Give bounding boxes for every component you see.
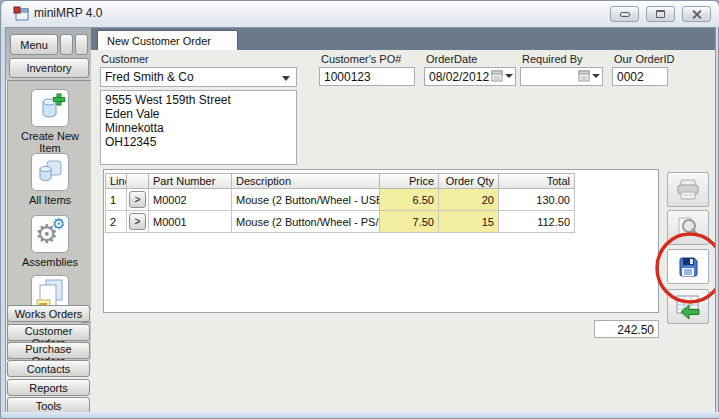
- expand-row-button[interactable]: >: [129, 213, 146, 230]
- po-label: Customer's PO#: [321, 53, 401, 65]
- order-total-box: 242.50: [594, 320, 659, 338]
- cell-total: 112.50: [499, 211, 575, 233]
- chevron-down-icon[interactable]: [282, 76, 290, 81]
- order-form: Customer Fred Smith & Co Customer's PO# …: [91, 50, 716, 414]
- save-floppy-icon: [676, 255, 700, 279]
- close-button[interactable]: [682, 6, 711, 22]
- cell-expand: >: [127, 189, 149, 211]
- cell-line: 1: [105, 189, 127, 211]
- po-input[interactable]: 1000123: [319, 67, 415, 86]
- table-row[interactable]: 1 > M0002 Mouse (2 Button/Wheel - USB 6.…: [105, 189, 575, 211]
- create-new-item-icon: [31, 89, 69, 127]
- order-date-value: 08/02/2012: [429, 70, 489, 84]
- maximize-button[interactable]: [646, 6, 675, 22]
- customer-orders-button[interactable]: Customer Orders: [7, 324, 90, 341]
- print-preview-icon: [676, 216, 700, 240]
- cell-line: 2: [105, 211, 127, 233]
- col-header-part-number[interactable]: Part Number: [149, 173, 232, 189]
- col-header-qty[interactable]: Order Qty: [439, 173, 499, 189]
- export-grid-button[interactable]: [667, 289, 709, 324]
- all-items-icon: [31, 153, 69, 191]
- customer-combobox[interactable]: Fred Smith & Co: [100, 67, 297, 87]
- order-date-label: OrderDate: [426, 53, 477, 65]
- cell-part-number[interactable]: M0001: [149, 211, 232, 233]
- calendar-icon[interactable]: [578, 70, 590, 82]
- calendar-icon[interactable]: [491, 70, 503, 82]
- cell-price[interactable]: 7.50: [380, 211, 439, 233]
- title-bar[interactable]: miniMRP 4.0: [2, 1, 719, 27]
- export-grid-icon: [674, 294, 702, 320]
- reports-button[interactable]: Reports: [7, 379, 90, 396]
- cell-part-number[interactable]: M0002: [149, 189, 232, 211]
- grid-header-row: Line Part Number Description Price Order…: [105, 173, 575, 189]
- contacts-button[interactable]: Contacts: [7, 360, 90, 377]
- sidebar-item-label: Assemblies: [8, 256, 92, 268]
- window-frame-bottom: [2, 412, 719, 418]
- col-header-total[interactable]: Total: [499, 173, 575, 189]
- chevron-down-icon[interactable]: [592, 74, 600, 78]
- cell-total: 130.00: [499, 189, 575, 211]
- cell-price[interactable]: 6.50: [380, 189, 439, 211]
- cell-qty[interactable]: 20: [439, 189, 499, 211]
- assemblies-icon: ⚙ ⚙: [31, 215, 69, 253]
- window-title: miniMRP 4.0: [34, 6, 102, 20]
- col-header-expand: [127, 173, 149, 189]
- menu-button[interactable]: Menu: [10, 34, 58, 55]
- tab-new-customer-order[interactable]: New Customer Order: [97, 30, 238, 50]
- minimize-button[interactable]: [610, 6, 639, 22]
- sidebar-item-label: Create New Item: [8, 130, 92, 154]
- cell-expand: >: [127, 211, 149, 233]
- required-by-picker[interactable]: [520, 67, 603, 86]
- inventory-button[interactable]: Inventory: [9, 58, 89, 78]
- client-area: Menu Inventory Create New Item: [5, 27, 716, 414]
- order-lines-grid: Line Part Number Description Price Order…: [105, 173, 575, 233]
- close-icon: [692, 9, 702, 19]
- sidebar-item-label: All Items: [8, 194, 92, 206]
- sidebar-item-assemblies[interactable]: ⚙ ⚙ Assemblies: [8, 215, 92, 268]
- purchase-orders-button[interactable]: Purchase Orders: [7, 342, 90, 359]
- toolbar-small-button-2[interactable]: [75, 34, 88, 55]
- required-by-label: Required By: [522, 53, 583, 65]
- customer-label: Customer: [101, 53, 149, 65]
- cell-qty[interactable]: 15: [439, 211, 499, 233]
- printer-icon: [675, 178, 701, 202]
- col-header-price[interactable]: Price: [380, 173, 439, 189]
- cell-description[interactable]: Mouse (2 Button/Wheel - USB: [232, 189, 380, 211]
- table-row[interactable]: 2 > M0001 Mouse (2 Button/Wheel - PS/2) …: [105, 211, 575, 233]
- order-date-picker[interactable]: 08/02/2012: [424, 67, 516, 86]
- works-orders-button[interactable]: Works Orders: [7, 305, 90, 322]
- maximize-icon: [656, 10, 665, 18]
- toolbar-small-button-1[interactable]: [60, 34, 73, 55]
- col-header-line[interactable]: Line: [105, 173, 127, 189]
- order-id-label: Our OrderID: [614, 53, 675, 65]
- customer-value: Fred Smith & Co: [105, 70, 194, 84]
- cell-description[interactable]: Mouse (2 Button/Wheel - PS/2): [232, 211, 380, 233]
- gear-small-icon: ⚙: [52, 216, 65, 231]
- customer-address-box[interactable]: 9555 West 159th Street Eden Vale Minneko…: [100, 90, 297, 165]
- chevron-down-icon[interactable]: [505, 74, 513, 78]
- print-preview-button[interactable]: [667, 210, 709, 245]
- minimize-icon: [620, 12, 630, 17]
- col-header-description[interactable]: Description: [232, 173, 380, 189]
- print-button[interactable]: [667, 172, 709, 207]
- sidebar-item-create-new-item[interactable]: Create New Item: [8, 89, 92, 154]
- save-button[interactable]: [667, 249, 709, 284]
- expand-row-button[interactable]: >: [129, 191, 146, 208]
- sidebar-item-all-items[interactable]: All Items: [8, 153, 92, 206]
- order-lines-panel: Line Part Number Description Price Order…: [103, 169, 659, 313]
- app-window: miniMRP 4.0 Menu Inventory: [0, 0, 719, 419]
- app-icon: [13, 6, 29, 22]
- tab-strip: New Customer Order: [91, 28, 716, 50]
- order-id-input[interactable]: 0002: [612, 67, 668, 86]
